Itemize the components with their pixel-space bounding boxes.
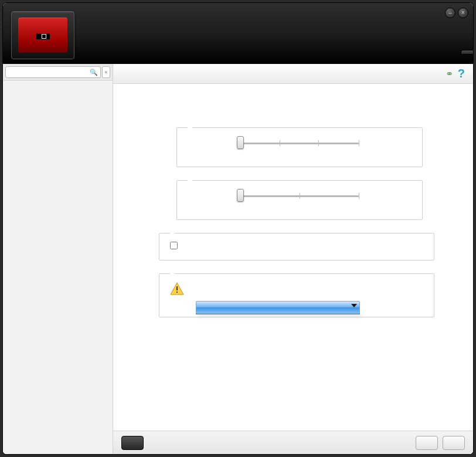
group-opengl bbox=[159, 233, 434, 260]
search-input[interactable] bbox=[8, 69, 90, 76]
svg-rect-1 bbox=[176, 286, 178, 290]
logo-amd-badge bbox=[36, 33, 50, 39]
link-icon[interactable]: ⚭ bbox=[446, 68, 453, 79]
group-aa bbox=[176, 180, 423, 220]
help-icon[interactable]: ? bbox=[458, 67, 465, 80]
chevron-down-icon bbox=[351, 304, 357, 307]
close-button[interactable]: × bbox=[458, 8, 468, 18]
discard-button[interactable] bbox=[416, 436, 438, 450]
title-bar: – × bbox=[3, 3, 473, 64]
group-vsync bbox=[176, 127, 423, 167]
collapse-sidebar-button[interactable]: « bbox=[102, 66, 110, 78]
triple-buffering-row[interactable] bbox=[170, 242, 423, 249]
page-header: ⚭ ? bbox=[113, 64, 473, 84]
search-icon[interactable]: 🔍 bbox=[90, 69, 98, 76]
minimize-button[interactable]: – bbox=[445, 8, 455, 18]
triple-buffering-checkbox[interactable] bbox=[170, 242, 178, 249]
crossfirex-mode-combobox[interactable] bbox=[196, 301, 360, 314]
group-crossfirex bbox=[159, 273, 434, 317]
brand-logo bbox=[11, 11, 74, 59]
aa-slider[interactable] bbox=[240, 191, 359, 201]
warning-icon bbox=[170, 282, 184, 295]
footer bbox=[113, 431, 473, 454]
defaults-button[interactable] bbox=[121, 436, 144, 450]
search-input-wrapper[interactable]: 🔍 bbox=[5, 66, 101, 78]
apply-button[interactable] bbox=[443, 436, 465, 450]
sidebar: 🔍 « bbox=[3, 64, 113, 454]
svg-rect-2 bbox=[176, 292, 178, 293]
app-window: – × 🔍 « ⚭ ? bbox=[3, 3, 473, 454]
preferences-button[interactable] bbox=[461, 50, 473, 55]
vsync-slider[interactable] bbox=[240, 138, 359, 148]
